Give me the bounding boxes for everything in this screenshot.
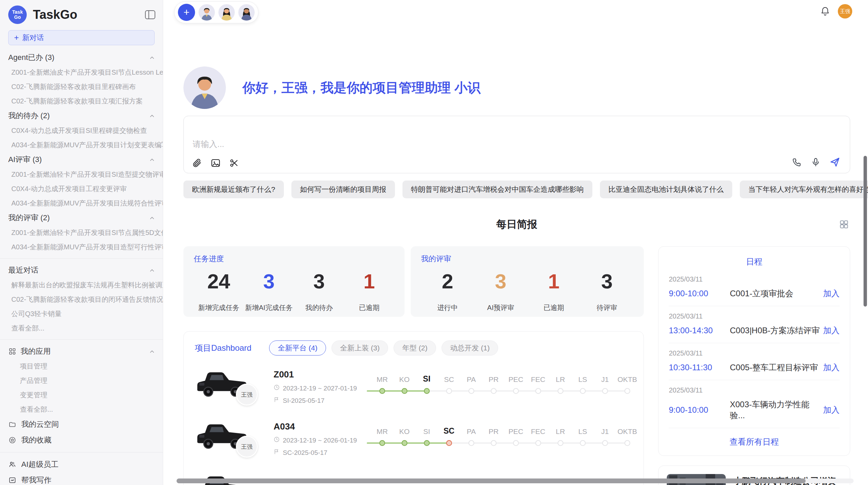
stat-label: 进行中 bbox=[437, 303, 458, 312]
sidebar-link[interactable]: 我的云空间 bbox=[0, 416, 163, 432]
chevron-up-icon[interactable] bbox=[149, 157, 155, 163]
sidebar-item[interactable]: C0X4-动力总成开发项目工程变更评审 bbox=[0, 182, 163, 196]
sidebar-section-header[interactable]: 我的待办 (2) bbox=[0, 108, 163, 123]
milestone-node[interactable] bbox=[602, 440, 608, 446]
send-icon[interactable] bbox=[830, 157, 840, 167]
app-item[interactable]: 变更管理 bbox=[0, 388, 163, 402]
milestone-node[interactable] bbox=[379, 388, 385, 394]
sidebar-link-label: 我的收藏 bbox=[21, 435, 51, 445]
milestone-node[interactable] bbox=[491, 440, 496, 446]
dashboard-tab[interactable]: 年型 (2) bbox=[394, 340, 436, 356]
recent-chat-item[interactable]: C02-飞腾新能源轻客改款项目的闭环通告反馈情况 bbox=[0, 292, 163, 307]
project-row[interactable]: 王强 Z001 2023-12-19 ~ 2027-01-19 SI-2025-… bbox=[195, 367, 632, 408]
milestone-node[interactable] bbox=[424, 440, 430, 446]
recent-chat-item[interactable]: 公司Q3轻卡销量 bbox=[0, 307, 163, 321]
sidebar-collapse-icon[interactable] bbox=[144, 10, 156, 20]
recent-chat-item[interactable]: 解释最新出台的欧盟报废车法规再生塑料比例被调至15%... bbox=[0, 278, 163, 292]
sidebar-section-header[interactable]: AI评审 (3) bbox=[0, 152, 163, 167]
sidebar-item[interactable]: A034-全新新能源MUV产品开发项目法规符合性评审 bbox=[0, 196, 163, 210]
member-avatar[interactable] bbox=[198, 4, 215, 21]
scissors-icon[interactable] bbox=[229, 158, 239, 168]
microphone-icon[interactable] bbox=[811, 157, 821, 167]
join-button[interactable]: 加入 bbox=[823, 325, 840, 336]
milestone-node[interactable] bbox=[491, 388, 496, 394]
join-button[interactable]: 加入 bbox=[823, 362, 840, 373]
stat-value: 3 bbox=[495, 270, 506, 293]
milestone-node[interactable] bbox=[468, 440, 474, 446]
milestone-node[interactable] bbox=[580, 440, 586, 446]
chevron-up-icon[interactable] bbox=[149, 348, 155, 355]
milestone-node[interactable] bbox=[424, 388, 430, 394]
app-item[interactable]: 产品管理 bbox=[0, 373, 163, 388]
image-upload-icon[interactable] bbox=[210, 158, 221, 168]
sidebar-tool[interactable]: 帮我写作 bbox=[0, 472, 163, 485]
sidebar-item[interactable]: A034-全新新能源MUV产品开发项目计划变更表编写 bbox=[0, 138, 163, 152]
chevron-up-icon[interactable] bbox=[149, 54, 155, 61]
horizontal-scrollbar-thumb[interactable] bbox=[177, 478, 806, 483]
my-apps-header[interactable]: 我的应用 bbox=[0, 344, 163, 359]
phone-call-icon[interactable] bbox=[792, 157, 802, 167]
chevron-up-icon[interactable] bbox=[149, 215, 155, 221]
dashboard-tab[interactable]: 动总开发 (1) bbox=[442, 340, 498, 356]
milestone-node[interactable] bbox=[624, 440, 630, 446]
recent-chat-item[interactable]: 查看全部... bbox=[0, 321, 163, 335]
milestone-node[interactable] bbox=[468, 388, 474, 394]
milestone-node[interactable] bbox=[580, 388, 586, 394]
milestone-node[interactable] bbox=[535, 388, 541, 394]
sidebar-section-header[interactable]: Agent已办 (3) bbox=[0, 50, 163, 65]
sidebar-item[interactable]: Z001-全新燃油皮卡产品开发项目SI节点Lesson Learn报告 bbox=[0, 65, 163, 79]
milestone-node[interactable] bbox=[557, 440, 563, 446]
sidebar-item[interactable]: A034-全新新能源MUV产品开发项目造型可行性评审 bbox=[0, 240, 163, 254]
milestone-node[interactable] bbox=[513, 388, 519, 394]
sidebar-section-header[interactable]: 最近对话 bbox=[0, 263, 163, 278]
sidebar-item[interactable]: Z001-全新燃油轻卡产品开发项目SI节点属性5D文件评审 bbox=[0, 225, 163, 240]
user-avatar[interactable]: 王强 bbox=[838, 4, 852, 18]
sidebar-section-header[interactable]: 我的评审 (2) bbox=[0, 210, 163, 225]
app-item[interactable]: 项目管理 bbox=[0, 359, 163, 373]
milestone-node[interactable] bbox=[624, 388, 630, 394]
milestone-timeline: MRKOSISCPAPRPECFECLRLSJ1OKTB bbox=[367, 423, 632, 458]
new-chat-button[interactable]: + 新对话 bbox=[8, 30, 155, 45]
milestone-node[interactable] bbox=[446, 440, 452, 446]
chat-input[interactable] bbox=[193, 139, 604, 152]
suggestion-chip[interactable]: 欧洲新规最近颁布了什么? bbox=[183, 181, 284, 198]
suggestion-chip[interactable]: 特朗普可能对进口汽车增税会对中国车企造成哪些影响 bbox=[402, 181, 592, 198]
layout-grid-icon[interactable] bbox=[839, 220, 849, 231]
milestone-node[interactable] bbox=[379, 440, 385, 446]
sidebar-item[interactable]: Z001-全新燃油轻卡产品开发项目SI造型提交物评审 bbox=[0, 167, 163, 182]
milestone-node[interactable] bbox=[446, 388, 452, 394]
join-button[interactable]: 加入 bbox=[823, 288, 840, 299]
sidebar-item[interactable]: C02-飞腾新能源轻客改款项目里程碑画布 bbox=[0, 79, 163, 94]
member-avatar[interactable] bbox=[238, 4, 255, 21]
project-row[interactable]: 王强 A034 2023-12-19 ~ 2026-01-19 SC-2025-… bbox=[195, 419, 632, 460]
milestone-node[interactable] bbox=[535, 440, 541, 446]
sidebar-item[interactable]: C0X4-动力总成开发项目SI里程碑提交物检查 bbox=[0, 123, 163, 138]
milestone-node[interactable] bbox=[513, 440, 519, 446]
milestone-node[interactable] bbox=[602, 388, 608, 394]
attachment-icon[interactable] bbox=[192, 158, 202, 168]
stat-card: 任务进度 24新增完成任务3新增AI完成任务3我的待办1已逾期 bbox=[183, 246, 405, 317]
suggestion-chip[interactable]: 当下年轻人对汽车外观有怎样的喜好趋势 bbox=[740, 181, 868, 198]
sidebar-tool[interactable]: AI超级员工 bbox=[0, 457, 163, 472]
vertical-scrollbar-thumb[interactable] bbox=[864, 156, 867, 307]
stat: 3新增AI完成任务 bbox=[244, 270, 294, 312]
sidebar-item[interactable]: C02-飞腾新能源轻客改款项目立项汇报方案 bbox=[0, 94, 163, 108]
suggestion-chip[interactable]: 如何写一份清晰的项目周报 bbox=[291, 181, 395, 198]
milestone-label: SC bbox=[444, 375, 454, 384]
notification-bell-icon[interactable] bbox=[820, 6, 830, 16]
app-item[interactable]: 查看全部... bbox=[0, 402, 163, 416]
view-all-schedule-link[interactable]: 查看所有日程 bbox=[669, 436, 840, 447]
sidebar-sections: Agent已办 (3)Z001-全新燃油皮卡产品开发项目SI节点Lesson L… bbox=[0, 50, 163, 254]
milestone-node[interactable] bbox=[557, 388, 563, 394]
add-member-button[interactable]: + bbox=[178, 4, 195, 21]
sidebar-link[interactable]: 我的收藏 bbox=[0, 432, 163, 448]
suggestion-chip[interactable]: 比亚迪全固态电池计划具体说了什么 bbox=[600, 181, 732, 198]
join-button[interactable]: 加入 bbox=[823, 405, 840, 415]
member-avatar[interactable] bbox=[218, 4, 235, 21]
dashboard-tab[interactable]: 全新上装 (3) bbox=[331, 340, 388, 356]
dashboard-tab[interactable]: 全新平台 (4) bbox=[269, 340, 326, 356]
chevron-up-icon[interactable] bbox=[149, 113, 155, 119]
milestone-node[interactable] bbox=[401, 440, 407, 446]
milestone-node[interactable] bbox=[401, 388, 407, 394]
chevron-up-icon[interactable] bbox=[149, 267, 155, 274]
